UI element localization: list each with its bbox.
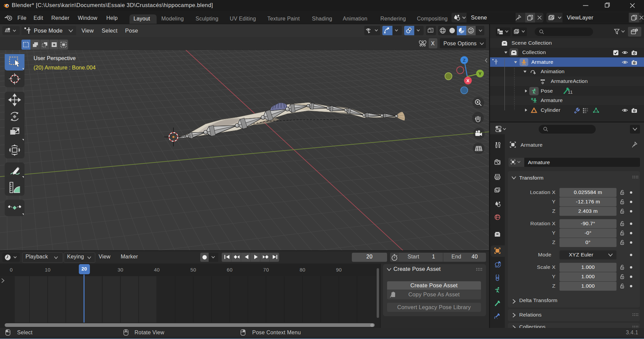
svg-text:Z: Z — [463, 58, 466, 63]
svg-text:User Perspective: User Perspective — [34, 55, 76, 61]
svg-text:(20) Armature : Bone.004: (20) Armature : Bone.004 — [34, 64, 96, 70]
svg-text:Y: Y — [478, 71, 481, 76]
svg-text:X: X — [466, 78, 469, 83]
